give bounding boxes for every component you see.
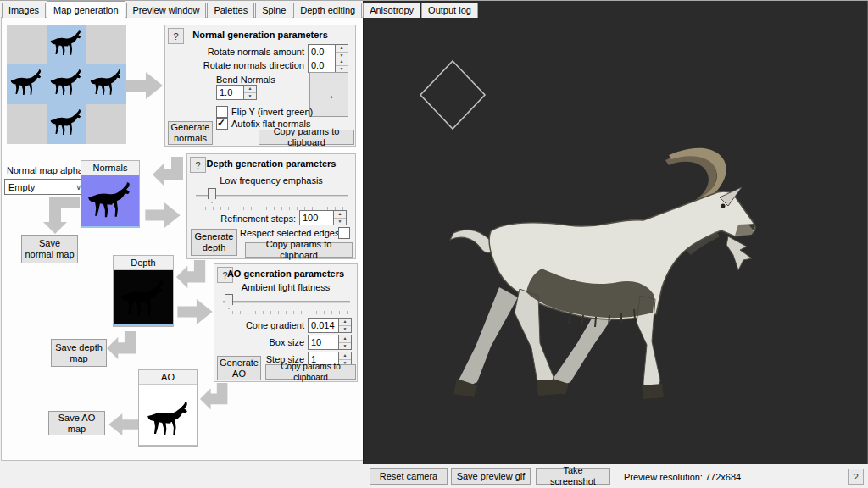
cone-gradient-value[interactable]: 0.014 [308,318,339,333]
grid-cell-sprite-right[interactable] [86,64,126,104]
tab-preview-window[interactable]: Preview window [126,3,207,18]
flow-arrow-elbow-down-left-icon [107,331,139,363]
spinner-buttons[interactable]: ▲▼ [339,318,352,333]
spinner-buttons[interactable]: ▲▼ [336,58,348,73]
tab-depth-editing[interactable]: Depth editing [293,3,362,18]
spinner-buttons[interactable]: ▲▼ [334,210,347,225]
normals-thumbnail[interactable]: Normals [81,160,140,228]
tab-palettes[interactable]: Palettes [207,3,254,18]
preview-goat-render [443,143,765,435]
flow-arrow-left-icon [108,413,139,435]
refinement-steps-value[interactable]: 100 [299,210,334,225]
normal-map-alpha-label: Normal map alpha: [7,165,86,175]
box-size-label: Box size [221,337,304,347]
take-screenshot-button[interactable]: Take screenshot [536,468,610,485]
spinner-buttons[interactable]: ▲▼ [244,85,257,100]
ao-thumbnail[interactable]: AO [138,369,198,447]
spin-up-icon[interactable]: ▲ [339,352,351,360]
goat-sprite-icon [89,69,124,99]
bend-normals-value[interactable]: 1.0 [216,85,244,100]
preview-toolbar: Reset camera Save preview gif Take scree… [363,464,868,488]
light-direction-diamond-gizmo[interactable] [415,57,491,133]
tab-spine[interactable]: Spine [255,3,292,18]
slider-thumb[interactable] [225,294,233,309]
tab-anisotropy[interactable]: Anisotropy [363,3,420,18]
tab-bar: Images Map generation Preview window Pal… [2,2,479,18]
grid-cell-sprite-top[interactable] [47,25,86,64]
low-frequency-emphasis-label: Low frequency emphasis [187,175,355,186]
depth-map-goat-image [120,280,167,321]
tab-map-generation[interactable]: Map generation [47,1,125,19]
copy-ao-params-button[interactable]: Copy params to clipboard [265,364,356,380]
save-depth-map-button[interactable]: Save depth map [51,339,107,367]
spinner-buttons[interactable]: ▲▼ [339,335,352,350]
rotate-normals-direction-value[interactable]: 0.0 [308,58,336,73]
grid-cell-sprite-bottom[interactable] [47,104,86,144]
ambient-light-flatness-label: Ambient light flatness [214,282,357,292]
preview-viewport[interactable] [363,1,868,464]
refinement-steps-label: Refinement steps: [191,214,296,224]
refinement-steps-spinner[interactable]: 100 ▲▼ [299,210,347,225]
flow-arrow-elbow-down-left-icon [200,382,231,414]
depth-thumbnail[interactable]: Depth [113,255,174,327]
grid-cell-empty[interactable] [86,25,126,64]
normal-map-alpha-select[interactable]: Empty ∨ [4,179,86,195]
preview-resolution-label: Preview resolution: 772x684 [624,472,741,482]
goat-sprite-icon [49,109,84,139]
goat-sprite-icon [49,30,84,59]
slider-thumb[interactable] [208,188,216,203]
rotate-normals-direction-spinner[interactable]: 0.0 ▲▼ [308,58,348,73]
spin-up-icon[interactable]: ▲ [339,336,351,343]
spin-up-icon[interactable]: ▲ [336,58,348,66]
generate-depth-button[interactable]: Generate depth [191,229,237,256]
panel-title: Normal generation parameters [165,30,355,40]
grid-cell-sprite-center[interactable] [47,64,86,104]
spin-up-icon[interactable]: ▲ [339,319,351,326]
copy-normal-params-button[interactable]: Copy params to clipboard [259,130,354,145]
cone-gradient-spinner[interactable]: 0.014 ▲▼ [308,318,352,333]
ambient-light-flatness-slider[interactable] [223,301,350,303]
app-window: Images Map generation Preview window Pal… [0,0,868,488]
grid-cell-empty[interactable] [7,104,47,144]
spin-down-icon[interactable]: ▼ [339,326,351,333]
ao-thumbnail-caption: AO [139,370,197,384]
slider-ticks [225,311,350,314]
box-size-value[interactable]: 10 [308,335,339,350]
reset-camera-button[interactable]: Reset camera [370,468,448,485]
box-size-spinner[interactable]: 10 ▲▼ [308,335,352,350]
bend-direction-button[interactable]: → [309,72,348,117]
bend-normals-label: Bend Normals [216,75,275,85]
spin-down-icon[interactable]: ▼ [334,219,346,225]
respect-selected-edges-checkbox[interactable] [338,227,350,239]
flip-y-checkbox[interactable] [216,106,228,118]
bend-normals-spinner[interactable]: 1.0 ▲▼ [216,85,257,100]
generate-normals-button[interactable]: Generate normals [168,121,213,145]
goat-sprite-icon [9,69,44,99]
panel-title: AO generation parameters [214,269,357,279]
tab-output-log[interactable]: Output log [421,3,478,18]
flow-arrow-elbow-down-left-icon [153,157,186,191]
grid-cell-empty[interactable] [7,25,47,64]
generate-ao-button[interactable]: Generate AO [217,356,261,380]
save-ao-map-button[interactable]: Save AO map [48,411,105,435]
normal-generation-panel: ? Normal generation parameters Rotate no… [164,25,356,147]
grid-cell-sprite-left[interactable] [7,64,47,104]
spin-up-icon[interactable]: ▲ [336,45,348,53]
rotate-normals-direction-label: Rotate normals direction [199,60,304,70]
spin-up-icon[interactable]: ▲ [244,86,256,93]
spin-down-icon[interactable]: ▼ [244,93,256,100]
spin-down-icon[interactable]: ▼ [339,343,351,350]
save-preview-gif-button[interactable]: Save preview gif [451,468,531,485]
autofix-flat-normals-checkbox[interactable] [216,118,228,130]
grid-cell-empty[interactable] [86,104,126,144]
save-normal-map-button[interactable]: Save normal map [21,235,78,263]
spin-up-icon[interactable]: ▲ [334,211,346,219]
lighting-direction-grid[interactable] [7,25,126,144]
spin-down-icon[interactable]: ▼ [336,66,348,73]
cone-gradient-label: Cone gradient [221,320,304,330]
copy-depth-params-button[interactable]: Copy params to clipboard [245,242,353,258]
flow-arrow-right-icon [176,299,214,324]
preview-help-button[interactable]: ? [848,469,864,485]
tab-images[interactable]: Images [2,3,46,18]
low-frequency-emphasis-slider[interactable] [196,195,348,197]
